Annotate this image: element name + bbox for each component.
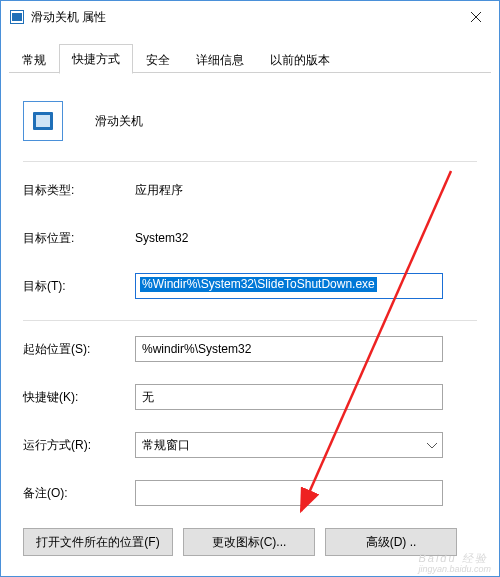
label-start-in: 起始位置(S): — [23, 341, 135, 358]
start-in-input[interactable] — [135, 336, 443, 362]
value-target-location: System32 — [135, 231, 188, 245]
tab-row: 常规 快捷方式 安全 详细信息 以前的版本 — [1, 33, 499, 73]
run-select-wrap: 常规窗口 — [135, 432, 443, 458]
target-input-selected-text: %Windir%\System32\SlideToShutDown.exe — [140, 277, 377, 292]
label-run: 运行方式(R): — [23, 437, 135, 454]
row-target-type: 目标类型: 应用程序 — [23, 176, 477, 204]
tab-security[interactable]: 安全 — [133, 45, 183, 74]
row-comment: 备注(O): — [23, 479, 477, 507]
divider — [23, 161, 477, 162]
open-file-location-button[interactable]: 打开文件所在的位置(F) — [23, 528, 173, 556]
label-target-location: 目标位置: — [23, 230, 135, 247]
target-input[interactable]: %Windir%\System32\SlideToShutDown.exe — [135, 273, 443, 299]
row-run: 运行方式(R): 常规窗口 — [23, 431, 477, 459]
label-target-type: 目标类型: — [23, 182, 135, 199]
label-shortcut-key: 快捷键(K): — [23, 389, 135, 406]
advanced-button[interactable]: 高级(D) .. — [325, 528, 457, 556]
tab-general[interactable]: 常规 — [9, 45, 59, 74]
svg-rect-1 — [12, 13, 22, 21]
tab-shortcut[interactable]: 快捷方式 — [59, 44, 133, 74]
tab-content-shortcut: 滑动关机 目标类型: 应用程序 目标位置: System32 目标(T): %W… — [1, 73, 499, 577]
shortcut-icon[interactable] — [23, 101, 63, 141]
label-comment: 备注(O): — [23, 485, 135, 502]
shortcut-name: 滑动关机 — [95, 113, 143, 130]
tab-details[interactable]: 详细信息 — [183, 45, 257, 74]
close-button[interactable] — [453, 1, 499, 33]
close-icon — [471, 12, 481, 22]
window-icon — [9, 9, 25, 25]
row-target: 目标(T): %Windir%\System32\SlideToShutDown… — [23, 272, 477, 300]
row-start-in: 起始位置(S): — [23, 335, 477, 363]
row-target-location: 目标位置: System32 — [23, 224, 477, 252]
change-icon-button[interactable]: 更改图标(C)... — [183, 528, 315, 556]
comment-input[interactable] — [135, 480, 443, 506]
run-select[interactable]: 常规窗口 — [135, 432, 443, 458]
button-row: 打开文件所在的位置(F) 更改图标(C)... 高级(D) .. — [23, 528, 457, 556]
divider-2 — [23, 320, 477, 321]
titlebar-left: 滑动关机 属性 — [9, 9, 106, 26]
shortcut-key-input[interactable] — [135, 384, 443, 410]
row-shortcut-key: 快捷键(K): — [23, 383, 477, 411]
window-title: 滑动关机 属性 — [31, 9, 106, 26]
tab-previous-versions[interactable]: 以前的版本 — [257, 45, 343, 74]
icon-name-row: 滑动关机 — [23, 93, 477, 157]
label-target: 目标(T): — [23, 278, 135, 295]
properties-window: 滑动关机 属性 常规 快捷方式 安全 详细信息 以前的版本 滑动关机 目标类型:… — [0, 0, 500, 577]
value-target-type: 应用程序 — [135, 182, 183, 199]
title-bar: 滑动关机 属性 — [1, 1, 499, 33]
